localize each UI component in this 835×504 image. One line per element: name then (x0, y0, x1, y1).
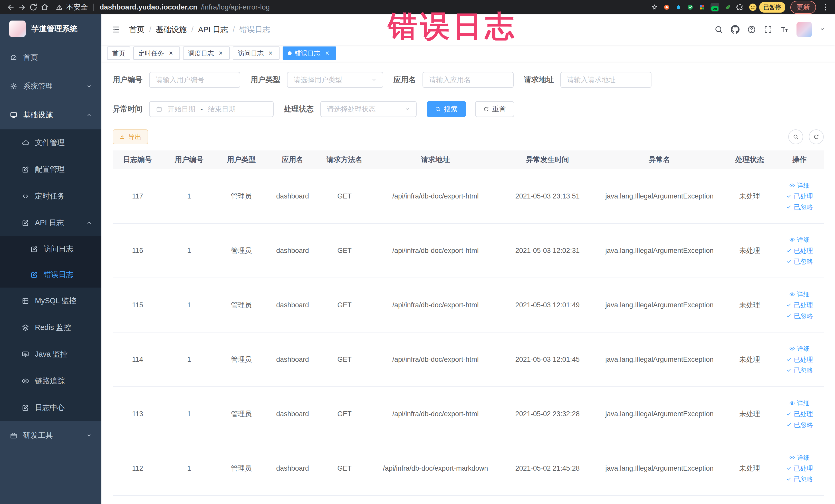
github-icon[interactable] (731, 25, 739, 34)
detail-link[interactable]: 详细 (789, 345, 810, 352)
row-actions: 详细 已处理 已忽略 (778, 454, 821, 483)
header-search-icon[interactable] (714, 25, 723, 34)
ignored-link[interactable]: 已忽略 (786, 203, 813, 211)
exception-time-range[interactable]: 开始日期 - 结束日期 (149, 101, 273, 117)
search-icon (435, 106, 441, 112)
user-type-select[interactable]: 请选择用户类型 (287, 72, 383, 88)
extension-leaf-icon[interactable] (725, 4, 731, 11)
sidebar-item-config[interactable]: 配置管理 (0, 156, 101, 183)
detail-link[interactable]: 详细 (789, 399, 810, 407)
ignored-link[interactable]: 已忽略 (786, 421, 813, 428)
ignored-link[interactable]: 已忽略 (786, 312, 813, 320)
font-size-icon[interactable] (780, 25, 789, 34)
sidebar-item-java[interactable]: Java 监控 (0, 341, 101, 368)
processed-link[interactable]: 已处理 (786, 410, 813, 418)
app-name-input[interactable] (423, 72, 514, 88)
tab-job-log[interactable]: 调度日志 (183, 46, 230, 60)
detail-link[interactable]: 详细 (789, 182, 810, 189)
col-app-name: 应用名 (267, 150, 318, 169)
bookmark-star-icon[interactable] (651, 4, 658, 11)
cell-log-id: 114 (113, 332, 162, 387)
sidebar-item-job[interactable]: 定时任务 (0, 183, 101, 209)
sidebar-item-label: 研发工具 (23, 430, 53, 441)
processed-link[interactable]: 已处理 (786, 356, 813, 363)
extension-orange-icon[interactable] (663, 4, 670, 11)
processed-link[interactable]: 已处理 (786, 464, 813, 472)
extensions-puzzle-icon[interactable] (736, 4, 744, 11)
tab-access-log[interactable]: 访问日志 (233, 46, 280, 60)
breadcrumb-item[interactable]: 基础设施 (156, 24, 187, 35)
breadcrumb-item[interactable]: 首页 (129, 24, 144, 35)
extension-check-icon[interactable] (687, 4, 694, 11)
process-status-select[interactable]: 请选择处理状态 (320, 101, 416, 117)
chevron-up-icon (86, 113, 91, 118)
navbar: 首页 / 基础设施 / API 日志 / 错误日志 (101, 14, 835, 45)
detail-link[interactable]: 详细 (789, 454, 810, 461)
close-tab-icon[interactable] (267, 49, 274, 57)
not-secure-warning-icon (56, 4, 63, 11)
detail-link[interactable]: 详细 (789, 236, 810, 244)
avatar-caret-icon[interactable] (820, 26, 825, 33)
sidebar-item-mysql[interactable]: MySQL 监控 (0, 287, 101, 314)
processed-link[interactable]: 已处理 (786, 301, 813, 309)
back-icon[interactable] (5, 2, 16, 13)
kebab-menu-icon[interactable] (821, 3, 830, 12)
extension-drop-icon[interactable] (675, 4, 682, 11)
reset-button[interactable]: 重置 (475, 101, 514, 117)
toolbox-icon (10, 431, 18, 439)
address-bar[interactable]: 不安全 dashboard.yudao.iocoder.cn/infra/log… (56, 2, 270, 12)
close-tab-icon[interactable] (323, 49, 331, 57)
col-method: 请求方法名 (318, 150, 371, 169)
close-tab-icon[interactable] (167, 49, 175, 57)
help-icon[interactable] (747, 25, 756, 34)
processed-link[interactable]: 已处理 (786, 247, 813, 255)
sidebar-item-home[interactable]: 首页 (0, 43, 101, 72)
sidebar-item-file[interactable]: 文件管理 (0, 129, 101, 156)
cell-time: 2021-05-03 12:01:45 (500, 332, 595, 387)
user-id-input[interactable] (149, 72, 240, 88)
close-tab-icon[interactable] (217, 49, 225, 57)
extension-grid-icon[interactable] (699, 4, 705, 11)
sidebar-item-system[interactable]: 系统管理 (0, 72, 101, 101)
sidebar-item-api-log[interactable]: API 日志 (0, 209, 101, 236)
sidebar-item-redis[interactable]: Redis 监控 (0, 314, 101, 341)
toggle-search-button[interactable] (788, 129, 803, 144)
sidebar-item-access-log[interactable]: 访问日志 (0, 236, 101, 262)
extension-on-badge[interactable]: on (711, 3, 719, 12)
sidebar-item-trace[interactable]: 链路追踪 (0, 368, 101, 395)
user-avatar[interactable] (796, 22, 812, 37)
sidebar-item-log-center[interactable]: 日志中心 (0, 395, 101, 421)
export-button[interactable]: 导出 (113, 129, 148, 144)
layers-icon (22, 324, 29, 331)
search-button[interactable]: 搜索 (427, 101, 466, 117)
chevron-down-icon (86, 433, 91, 438)
ignored-link[interactable]: 已忽略 (786, 475, 813, 483)
app-logo[interactable]: 芋道管理系统 (0, 14, 101, 43)
edit-icon (22, 166, 29, 173)
refresh-table-button[interactable] (809, 129, 824, 144)
sidebar-item-dev-tools[interactable]: 研发工具 (0, 421, 101, 450)
detail-link[interactable]: 详细 (789, 290, 810, 298)
profile-chip[interactable]: 已暂停 (749, 2, 785, 13)
sidebar-toggle-icon[interactable] (111, 25, 120, 34)
fullscreen-icon[interactable] (763, 25, 772, 34)
request-url-input[interactable] (561, 72, 651, 88)
reload-icon[interactable] (28, 2, 39, 13)
tab-home[interactable]: 首页 (107, 46, 130, 60)
ignored-link[interactable]: 已忽略 (786, 258, 813, 265)
home-icon[interactable] (39, 2, 50, 13)
sidebar-item-infra[interactable]: 基础设施 (0, 101, 101, 129)
ignored-link[interactable]: 已忽略 (786, 366, 813, 374)
forward-icon[interactable] (16, 2, 28, 13)
sidebar-item-label: 首页 (23, 53, 38, 63)
cell-time: 2021-05-02 21:45:28 (500, 441, 595, 496)
tab-job[interactable]: 定时任务 (133, 46, 180, 60)
cell-exception: java.lang.IllegalArgumentException (595, 441, 724, 496)
breadcrumb-separator: / (191, 25, 193, 34)
tab-error-log[interactable]: 错误日志 (283, 46, 336, 60)
sidebar-item-error-log[interactable]: 错误日志 (0, 262, 101, 287)
check-icon (786, 367, 792, 373)
processed-link[interactable]: 已处理 (786, 192, 813, 200)
chrome-update-button[interactable]: 更新 (790, 1, 816, 14)
breadcrumb-item[interactable]: API 日志 (198, 24, 228, 35)
